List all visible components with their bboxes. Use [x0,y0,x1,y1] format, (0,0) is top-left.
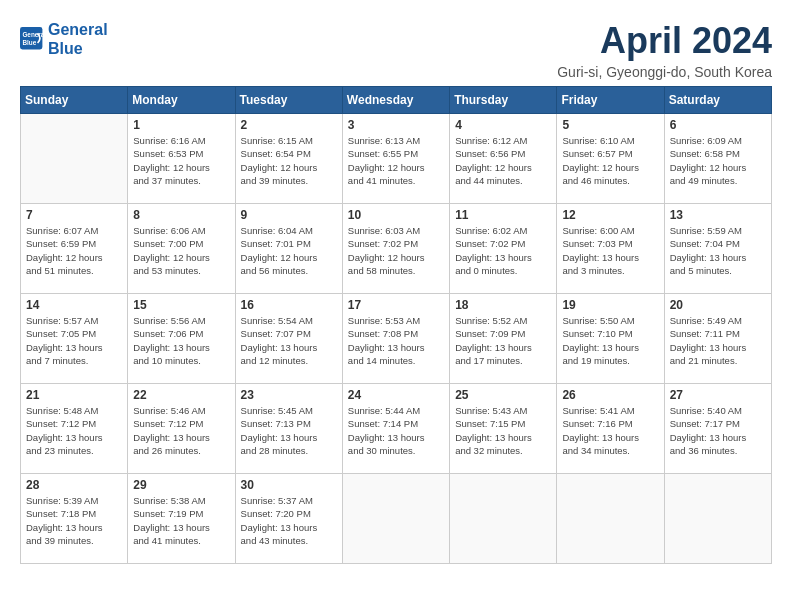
day-number: 8 [133,208,229,222]
day-info: Sunrise: 6:10 AM Sunset: 6:57 PM Dayligh… [562,134,658,187]
day-number: 22 [133,388,229,402]
day-number: 24 [348,388,444,402]
day-number: 17 [348,298,444,312]
logo-line1: General [48,21,108,38]
day-number: 2 [241,118,337,132]
day-info: Sunrise: 6:07 AM Sunset: 6:59 PM Dayligh… [26,224,122,277]
logo-line2: Blue [48,40,83,57]
day-cell: 30Sunrise: 5:37 AM Sunset: 7:20 PM Dayli… [235,474,342,564]
day-cell: 29Sunrise: 5:38 AM Sunset: 7:19 PM Dayli… [128,474,235,564]
day-info: Sunrise: 5:49 AM Sunset: 7:11 PM Dayligh… [670,314,766,367]
day-cell: 15Sunrise: 5:56 AM Sunset: 7:06 PM Dayli… [128,294,235,384]
day-number: 26 [562,388,658,402]
day-cell: 13Sunrise: 5:59 AM Sunset: 7:04 PM Dayli… [664,204,771,294]
day-number: 3 [348,118,444,132]
day-number: 28 [26,478,122,492]
day-cell: 12Sunrise: 6:00 AM Sunset: 7:03 PM Dayli… [557,204,664,294]
day-number: 6 [670,118,766,132]
day-info: Sunrise: 5:59 AM Sunset: 7:04 PM Dayligh… [670,224,766,277]
day-info: Sunrise: 5:48 AM Sunset: 7:12 PM Dayligh… [26,404,122,457]
day-cell: 5Sunrise: 6:10 AM Sunset: 6:57 PM Daylig… [557,114,664,204]
header-thursday: Thursday [450,87,557,114]
day-cell: 4Sunrise: 6:12 AM Sunset: 6:56 PM Daylig… [450,114,557,204]
day-cell: 20Sunrise: 5:49 AM Sunset: 7:11 PM Dayli… [664,294,771,384]
day-info: Sunrise: 5:43 AM Sunset: 7:15 PM Dayligh… [455,404,551,457]
day-cell [342,474,449,564]
day-info: Sunrise: 5:46 AM Sunset: 7:12 PM Dayligh… [133,404,229,457]
day-cell: 10Sunrise: 6:03 AM Sunset: 7:02 PM Dayli… [342,204,449,294]
day-info: Sunrise: 5:41 AM Sunset: 7:16 PM Dayligh… [562,404,658,457]
day-info: Sunrise: 6:15 AM Sunset: 6:54 PM Dayligh… [241,134,337,187]
day-number: 4 [455,118,551,132]
day-info: Sunrise: 6:06 AM Sunset: 7:00 PM Dayligh… [133,224,229,277]
day-number: 11 [455,208,551,222]
day-info: Sunrise: 5:56 AM Sunset: 7:06 PM Dayligh… [133,314,229,367]
logo: General Blue General Blue [20,20,108,58]
day-info: Sunrise: 6:03 AM Sunset: 7:02 PM Dayligh… [348,224,444,277]
day-info: Sunrise: 5:44 AM Sunset: 7:14 PM Dayligh… [348,404,444,457]
day-cell [21,114,128,204]
day-cell: 14Sunrise: 5:57 AM Sunset: 7:05 PM Dayli… [21,294,128,384]
day-cell [557,474,664,564]
day-number: 18 [455,298,551,312]
day-number: 16 [241,298,337,312]
day-number: 25 [455,388,551,402]
day-number: 13 [670,208,766,222]
svg-text:Blue: Blue [22,39,36,46]
header-friday: Friday [557,87,664,114]
header-wednesday: Wednesday [342,87,449,114]
day-info: Sunrise: 5:39 AM Sunset: 7:18 PM Dayligh… [26,494,122,547]
day-info: Sunrise: 6:09 AM Sunset: 6:58 PM Dayligh… [670,134,766,187]
day-cell: 18Sunrise: 5:52 AM Sunset: 7:09 PM Dayli… [450,294,557,384]
day-info: Sunrise: 6:00 AM Sunset: 7:03 PM Dayligh… [562,224,658,277]
week-row-1: 1Sunrise: 6:16 AM Sunset: 6:53 PM Daylig… [21,114,772,204]
day-cell: 3Sunrise: 6:13 AM Sunset: 6:55 PM Daylig… [342,114,449,204]
header-row: SundayMondayTuesdayWednesdayThursdayFrid… [21,87,772,114]
day-info: Sunrise: 5:53 AM Sunset: 7:08 PM Dayligh… [348,314,444,367]
day-cell: 7Sunrise: 6:07 AM Sunset: 6:59 PM Daylig… [21,204,128,294]
day-number: 14 [26,298,122,312]
day-number: 30 [241,478,337,492]
day-cell [664,474,771,564]
day-number: 15 [133,298,229,312]
week-row-4: 21Sunrise: 5:48 AM Sunset: 7:12 PM Dayli… [21,384,772,474]
day-info: Sunrise: 6:04 AM Sunset: 7:01 PM Dayligh… [241,224,337,277]
day-cell: 27Sunrise: 5:40 AM Sunset: 7:17 PM Dayli… [664,384,771,474]
day-cell: 8Sunrise: 6:06 AM Sunset: 7:00 PM Daylig… [128,204,235,294]
day-number: 10 [348,208,444,222]
day-cell [450,474,557,564]
day-number: 9 [241,208,337,222]
day-cell: 26Sunrise: 5:41 AM Sunset: 7:16 PM Dayli… [557,384,664,474]
day-cell: 1Sunrise: 6:16 AM Sunset: 6:53 PM Daylig… [128,114,235,204]
day-cell: 16Sunrise: 5:54 AM Sunset: 7:07 PM Dayli… [235,294,342,384]
day-number: 23 [241,388,337,402]
day-cell: 2Sunrise: 6:15 AM Sunset: 6:54 PM Daylig… [235,114,342,204]
day-info: Sunrise: 6:16 AM Sunset: 6:53 PM Dayligh… [133,134,229,187]
day-cell: 21Sunrise: 5:48 AM Sunset: 7:12 PM Dayli… [21,384,128,474]
header-saturday: Saturday [664,87,771,114]
day-number: 1 [133,118,229,132]
day-number: 7 [26,208,122,222]
day-cell: 6Sunrise: 6:09 AM Sunset: 6:58 PM Daylig… [664,114,771,204]
day-number: 12 [562,208,658,222]
day-cell: 17Sunrise: 5:53 AM Sunset: 7:08 PM Dayli… [342,294,449,384]
day-info: Sunrise: 5:50 AM Sunset: 7:10 PM Dayligh… [562,314,658,367]
day-info: Sunrise: 5:54 AM Sunset: 7:07 PM Dayligh… [241,314,337,367]
day-cell: 19Sunrise: 5:50 AM Sunset: 7:10 PM Dayli… [557,294,664,384]
day-info: Sunrise: 5:57 AM Sunset: 7:05 PM Dayligh… [26,314,122,367]
day-info: Sunrise: 6:12 AM Sunset: 6:56 PM Dayligh… [455,134,551,187]
day-info: Sunrise: 6:02 AM Sunset: 7:02 PM Dayligh… [455,224,551,277]
day-cell: 24Sunrise: 5:44 AM Sunset: 7:14 PM Dayli… [342,384,449,474]
header-tuesday: Tuesday [235,87,342,114]
logo-text: General Blue [48,20,108,58]
week-row-2: 7Sunrise: 6:07 AM Sunset: 6:59 PM Daylig… [21,204,772,294]
week-row-3: 14Sunrise: 5:57 AM Sunset: 7:05 PM Dayli… [21,294,772,384]
header-monday: Monday [128,87,235,114]
svg-text:General: General [22,31,44,38]
day-cell: 25Sunrise: 5:43 AM Sunset: 7:15 PM Dayli… [450,384,557,474]
title-block: April 2024 Guri-si, Gyeonggi-do, South K… [557,20,772,80]
day-number: 27 [670,388,766,402]
day-info: Sunrise: 5:45 AM Sunset: 7:13 PM Dayligh… [241,404,337,457]
location-subtitle: Guri-si, Gyeonggi-do, South Korea [557,64,772,80]
header-sunday: Sunday [21,87,128,114]
